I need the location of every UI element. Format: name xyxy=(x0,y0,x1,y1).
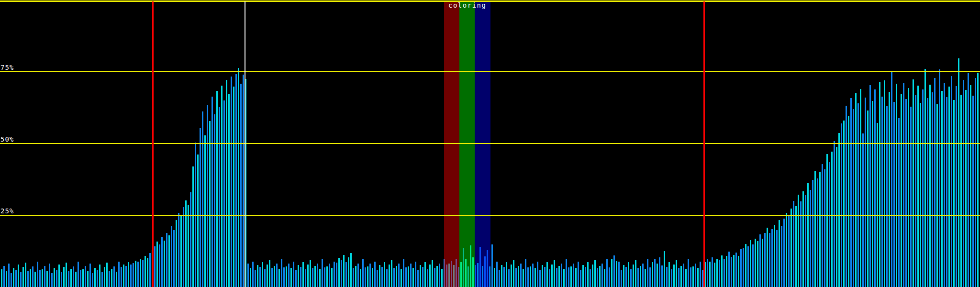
marker-white xyxy=(245,1,245,287)
marker-red-2 xyxy=(703,1,705,287)
marker-red-1 xyxy=(152,1,154,287)
marker-lines-layer xyxy=(0,0,980,287)
y-axis-label-50: 50% xyxy=(0,136,14,143)
y-axis-label-75: 75% xyxy=(0,64,14,71)
histogram-chart: 75% 50% 25% coloring xyxy=(0,0,980,287)
y-axis-label-25: 25% xyxy=(0,208,14,214)
coloring-label: coloring xyxy=(448,1,486,9)
